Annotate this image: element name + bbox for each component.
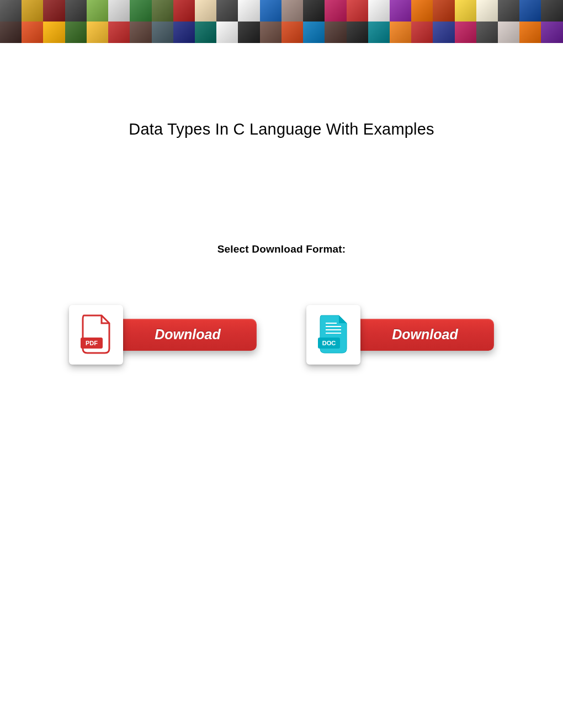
banner-tile: [65, 22, 87, 43]
banner-tile: [282, 22, 303, 43]
banner-tile: [152, 0, 173, 22]
banner-tile: [173, 22, 195, 43]
banner-tile: [22, 0, 43, 22]
banner-tile: [519, 0, 541, 22]
page-title: Data Types In C Language With Examples: [0, 120, 563, 138]
download-option-pdf: PDF Download: [69, 305, 257, 365]
banner-tile: [65, 0, 87, 22]
banner-tile: [455, 0, 476, 22]
banner-tile: [519, 22, 541, 43]
banner-tile: [238, 0, 259, 22]
banner-tile: [433, 22, 454, 43]
pdf-file-icon: PDF: [69, 305, 123, 365]
download-pdf-button[interactable]: Download: [113, 319, 257, 351]
banner-tile: [347, 0, 368, 22]
banner-tile: [498, 22, 519, 43]
banner-tile: [238, 22, 259, 43]
download-doc-button[interactable]: Download: [350, 319, 494, 351]
banner-tile: [390, 22, 411, 43]
banner-tile: [433, 0, 454, 22]
banner-tile: [282, 0, 303, 22]
banner-tile: [347, 22, 368, 43]
banner-tile: [22, 22, 43, 43]
banner-tile: [87, 0, 108, 22]
banner-tile: [216, 0, 238, 22]
doc-file-icon: DOC: [306, 305, 360, 365]
banner-tile: [476, 22, 498, 43]
banner-tile: [411, 0, 433, 22]
banner-tile: [43, 0, 65, 22]
banner-tile: [0, 0, 22, 22]
banner-tile: [541, 0, 562, 22]
banner-tile: [130, 22, 151, 43]
banner-tile: [260, 0, 282, 22]
banner-tile: [411, 22, 433, 43]
banner-tile: [43, 22, 65, 43]
banner-tile: [325, 22, 346, 43]
banner-tile: [303, 0, 325, 22]
banner-tile: [173, 0, 195, 22]
banner-tile: [368, 0, 390, 22]
banner-tile: [108, 0, 130, 22]
banner-tile: [195, 0, 216, 22]
svg-text:DOC: DOC: [322, 340, 336, 346]
banner-tile: [87, 22, 108, 43]
download-option-doc: DOC Download: [306, 305, 494, 365]
banner-tile: [0, 22, 22, 43]
banner-tile: [455, 22, 476, 43]
banner-tile: [476, 0, 498, 22]
banner-tile: [130, 0, 151, 22]
download-options-row: PDF Download DOC Download: [0, 305, 563, 365]
banner-tile: [195, 22, 216, 43]
header-banner: [0, 0, 563, 43]
banner-tile: [368, 22, 390, 43]
banner-tile: [152, 22, 173, 43]
banner-tile: [390, 0, 411, 22]
banner-tile: [325, 0, 346, 22]
banner-tile: [498, 0, 519, 22]
banner-tile: [303, 22, 325, 43]
banner-tile: [216, 22, 238, 43]
svg-text:PDF: PDF: [86, 340, 98, 346]
select-format-heading: Select Download Format:: [0, 243, 563, 255]
banner-tile: [108, 22, 130, 43]
banner-tile: [260, 22, 282, 43]
banner-tile: [541, 22, 562, 43]
